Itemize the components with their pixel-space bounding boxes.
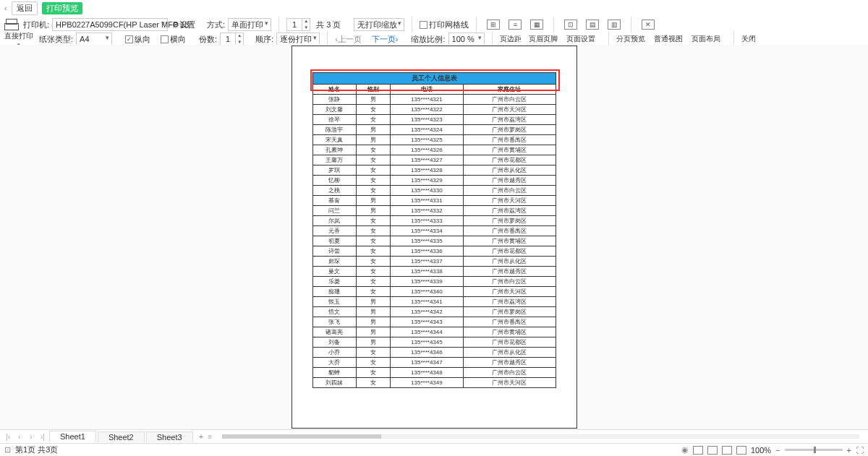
table-row: 诸葛亮男135****4344广州市黄埔区 <box>312 327 556 337</box>
prev-page-button[interactable]: ‹ 上一页 <box>335 34 362 45</box>
tab-next-icon[interactable]: › <box>26 433 36 441</box>
order-label: 顺序: <box>255 34 273 45</box>
tab-add-button[interactable]: + <box>199 432 203 441</box>
page-setup-label: 页面设置 <box>566 34 601 44</box>
page-spinner[interactable]: 1 ▲▼ <box>286 18 310 31</box>
table-row: 彪琛女135****4337广州市从化区 <box>312 257 556 267</box>
margins-label: 页边距 <box>500 34 526 44</box>
status-page-info: 第1页 共3页 <box>15 444 58 455</box>
table-title-row: 员工个人信息表 <box>312 73 556 85</box>
eye-icon[interactable]: ◉ <box>681 445 689 455</box>
table-row: 诗蕾女135****4336广州市花都区 <box>312 246 556 257</box>
page-preview-label: 分页预览 <box>616 34 651 44</box>
print-button[interactable] <box>4 19 17 30</box>
margins-button[interactable]: ⊞ <box>484 20 503 30</box>
table-row: 徐琴女135****4323广州市荔湾区 <box>312 115 556 125</box>
table-row: 陈浩宇男135****4324广州市萝岗区 <box>312 125 556 135</box>
normal-view-button[interactable]: ▤ <box>583 20 602 30</box>
page-setup-button[interactable]: ▦ <box>527 20 546 30</box>
normal-view-icon: ▤ <box>586 20 599 30</box>
paper-type-label: 纸张类型: <box>39 34 73 45</box>
zoom-out-button[interactable]: − <box>775 446 780 455</box>
table-row: 曼文女135****4338广州市越秀区 <box>312 267 556 277</box>
mode-select[interactable]: 单面打印 <box>228 18 271 31</box>
corner-icon[interactable]: ⊡ <box>4 445 11 455</box>
header-footer-button[interactable]: ≡ <box>506 20 524 30</box>
table-row: 罗琪女135****4328广州市从化区 <box>312 165 556 176</box>
landscape-checkbox[interactable]: 横向 <box>161 34 186 45</box>
header-footer-label: 页眉页脚 <box>529 34 563 44</box>
gridlines-checkbox[interactable]: 打印网格线 <box>420 20 469 30</box>
page-preview-button[interactable]: ⊡ <box>561 20 580 30</box>
portrait-checkbox[interactable]: ✓纵向 <box>125 34 150 45</box>
paper-type-select[interactable]: A4 <box>76 33 112 46</box>
copies-spinner[interactable]: 1 ▲▼ <box>220 33 244 46</box>
table-row: 刘四妹女135****4349广州市天河区 <box>312 378 556 388</box>
view-mode-4-icon[interactable] <box>736 446 746 455</box>
table-header-row: 姓名 性别 电话 家庭住址 <box>312 85 556 95</box>
direct-print-label: 直接打印 <box>4 31 33 41</box>
table-row: 慕青男135****4331广州市天河区 <box>312 196 556 206</box>
tab-first-icon[interactable]: |‹ <box>3 433 13 441</box>
table-row: 张静男135****4321广州市白云区 <box>312 95 556 105</box>
table-row: 宋天真男135****4325广州市番禺区 <box>312 135 556 145</box>
status-zoom: 100% <box>751 446 771 455</box>
page-total: 共 3 页 <box>316 20 341 30</box>
table-row: 小乔女135****4346广州市从化区 <box>312 348 556 358</box>
spin-up-icon[interactable]: ▲ <box>302 18 310 25</box>
printer-label: 打印机: <box>23 20 49 30</box>
close-label: 关闭 <box>741 34 763 44</box>
table-row: 刘文馨女135****4322广州市天河区 <box>312 105 556 115</box>
table-row: 刘备男135****4345广州市花都区 <box>312 337 556 348</box>
next-page-button[interactable]: 下一页 › <box>372 34 399 45</box>
page-layout-button[interactable]: ▥ <box>605 20 624 30</box>
view-mode-3-icon[interactable] <box>722 446 732 455</box>
table-row: 貂蝉女135****4348广州市白云区 <box>312 368 556 378</box>
tab-prev-icon[interactable]: ‹ <box>14 433 25 441</box>
page-preview: 员工个人信息表 姓名 性别 电话 家庭住址 张静男135****4321广州市白… <box>292 46 577 429</box>
page-value: 1 <box>287 20 302 29</box>
table-row: 痴珊女135****4340广州市天河区 <box>312 287 556 297</box>
margins-icon: ⊞ <box>487 20 500 30</box>
table-row: 恨玉男135****4341广州市荔湾区 <box>312 297 556 307</box>
back-chevron-icon[interactable]: ‹ <box>4 4 7 12</box>
view-mode-2-icon[interactable] <box>707 446 718 455</box>
zoom-slider[interactable] <box>785 449 843 451</box>
return-button[interactable]: 返回 <box>12 1 38 15</box>
scroll-thumb[interactable] <box>222 434 381 439</box>
tab-list-icon[interactable]: ≡ <box>205 433 215 441</box>
table-row: 元香女135****4334广州市番禺区 <box>312 226 556 236</box>
horizontal-scrollbar[interactable] <box>222 434 859 439</box>
page-layout-icon: ▥ <box>608 20 621 30</box>
table-row: 王馨万女135****4327广州市花都区 <box>312 155 556 165</box>
spin-down-icon[interactable]: ▼ <box>302 25 310 31</box>
table-row: 大乔女135****4347广州市越秀区 <box>312 358 556 368</box>
page-preview-icon: ⊡ <box>564 20 577 30</box>
zoom-select[interactable]: 100 % <box>448 33 485 46</box>
data-table: 员工个人信息表 姓名 性别 电话 家庭住址 张静男135****4321广州市白… <box>312 72 556 388</box>
checkbox-icon <box>420 21 427 29</box>
tab-sheet1[interactable]: Sheet1 <box>49 431 96 442</box>
close-icon: ✕ <box>642 20 655 30</box>
printer-icon <box>4 19 17 30</box>
order-select[interactable]: 逐份打印 <box>276 33 320 46</box>
tab-sheet3[interactable]: Sheet3 <box>146 431 193 442</box>
mode-label: 方式: <box>207 20 225 30</box>
close-button[interactable]: ✕ <box>639 20 658 30</box>
tab-sheet2[interactable]: Sheet2 <box>98 431 145 442</box>
zoom-in-button[interactable]: + <box>847 446 851 455</box>
tab-last-icon[interactable]: ›| <box>38 433 48 441</box>
view-mode-1-icon[interactable] <box>693 446 703 455</box>
page-layout-label: 页面布局 <box>692 34 726 44</box>
printer-select[interactable]: HPB0227A5099CF(HP Laser MFP 13 <box>52 18 168 31</box>
spin-up-icon[interactable]: ▲ <box>236 33 243 39</box>
fullscreen-icon[interactable]: ⛶ <box>856 446 864 455</box>
page-setup-icon: ▦ <box>530 20 543 30</box>
table-row: 惜文男135****4342广州市萝岗区 <box>312 307 556 317</box>
table-row: 孔素坤女135****4326广州市黄埔区 <box>312 145 556 155</box>
table-row: 初夏女135****4335广州市黄埔区 <box>312 236 556 246</box>
scale-select[interactable]: 无打印缩放 <box>354 18 404 31</box>
table-row: 问兰男135****4332广州市荔湾区 <box>312 206 556 216</box>
header-footer-icon: ≡ <box>509 20 522 30</box>
copies-label: 份数: <box>199 34 217 45</box>
